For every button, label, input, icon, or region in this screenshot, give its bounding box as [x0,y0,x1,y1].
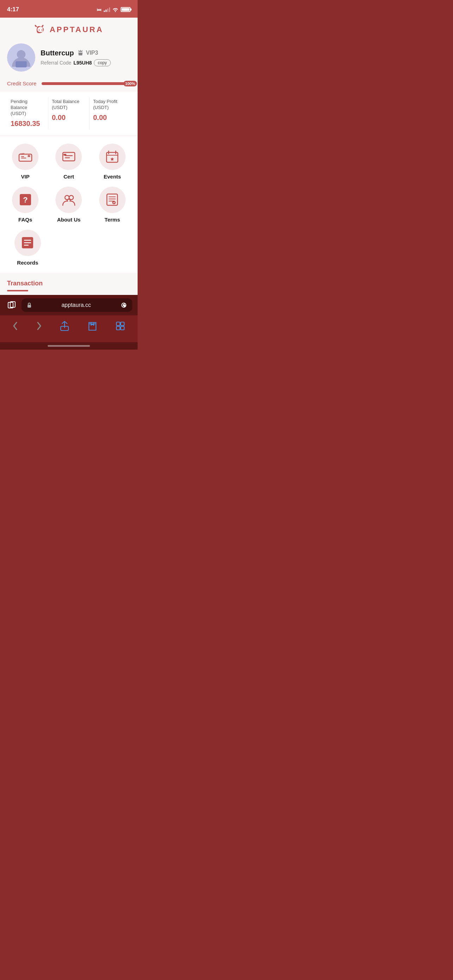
transaction-section: Transaction [0,273,138,295]
svg-rect-12 [64,154,66,156]
book-icon [87,321,97,331]
transaction-title: Transaction [7,280,43,287]
browser-url-container[interactable]: apptaura.cc [22,298,132,312]
svg-rect-34 [116,322,120,326]
nav-share-button[interactable] [58,319,71,335]
balance-section: Pending Balance(USDT) 16830.35 Total Bal… [0,92,138,135]
total-balance-item: Total Balance(USDT) 0.00 [48,97,90,129]
menu-label-terms: Terms [105,216,120,223]
menu-item-records[interactable]: Records [7,230,48,266]
status-icons: 🛏 [97,7,130,12]
chevron-left-icon [12,321,18,331]
svg-rect-6 [21,156,24,157]
windows-icon [115,321,125,331]
menu-item-vip[interactable]: VIP VIP [7,143,43,180]
browser-tabs-icon[interactable] [7,301,16,309]
menu-item-terms[interactable]: Terms [94,187,130,223]
svg-rect-11 [65,158,70,158]
vip-badge: VIP3 [76,49,98,57]
today-profit-value: 0.00 [93,114,127,122]
menu-item-cert[interactable]: Cert [51,143,87,180]
home-bar [48,345,90,347]
svg-point-1 [41,30,42,31]
svg-rect-21 [107,194,118,205]
chevron-right-icon [37,321,42,331]
menu-label-about-us: About Us [57,216,81,223]
referral-label: Referral Code [41,60,71,65]
svg-rect-36 [116,326,120,330]
svg-point-0 [38,30,40,31]
vip-icon-circle: VIP [12,143,38,170]
status-time: 4:17 [7,6,19,13]
browser-bar: apptaura.cc [0,295,138,315]
menu-label-faqs: FAQs [18,216,32,223]
logo-icon [34,25,47,35]
pending-balance-item: Pending Balance(USDT) 16830.35 [7,97,48,129]
svg-rect-37 [121,326,124,330]
terms-menu-icon [106,193,118,206]
nav-back-button[interactable] [11,319,20,335]
credit-score-label: Credit Score [7,80,37,86]
credit-progress-bar: 100% [41,82,130,85]
nav-bookmarks-button[interactable] [86,319,99,335]
signal-icon [104,7,110,12]
home-indicator [0,342,138,350]
credit-progress-fill [41,82,130,85]
app-name: APPTAURA [50,25,104,34]
menu-item-about-us[interactable]: About Us [51,187,87,223]
profile-name: Buttercup [41,49,74,57]
browser-url-text: apptaura.cc [35,302,118,308]
svg-rect-9 [63,153,75,161]
share-icon [60,321,69,331]
svg-rect-7 [21,158,26,158]
nav-windows-button[interactable] [114,319,127,335]
faqs-menu-icon: ? [19,193,32,206]
svg-text:?: ? [23,196,27,204]
events-icon-circle [99,143,126,170]
vip-menu-icon: VIP [18,151,32,162]
bed-icon: 🛏 [97,7,102,12]
profile-info: Buttercup VIP3 Referral Code L95UH8 copy [41,49,130,66]
vip-crown-icon [76,49,84,57]
profile-section: Buttercup VIP3 Referral Code L95UH8 copy [0,38,138,77]
about-icon-circle [56,187,82,213]
menu-label-vip: VIP [21,173,30,180]
reload-icon[interactable] [121,302,127,308]
menu-item-events[interactable]: Events [94,143,130,180]
today-profit-item: Today Profit(USDT) 0.00 [90,97,130,129]
lock-icon [27,302,32,308]
main-card: APPTAURA Buttercup VIP3 [0,18,138,295]
svg-point-3 [17,50,26,59]
transaction-tab-indicator [7,290,28,291]
svg-rect-4 [16,61,27,68]
referral-code: L95UH8 [73,60,92,65]
referral-row: Referral Code L95UH8 copy [41,59,130,66]
avatar [7,43,35,72]
svg-rect-35 [121,322,124,326]
menu-single-row: Records [0,230,138,273]
wifi-icon [112,7,119,12]
menu-item-faqs[interactable]: ? FAQs [7,187,43,223]
about-menu-icon [62,193,75,206]
today-profit-label: Today Profit(USDT) [93,99,127,111]
nav-forward-button[interactable] [35,319,44,335]
total-balance-value: 0.00 [52,114,86,122]
profile-name-row: Buttercup VIP3 [41,49,130,57]
app-header: APPTAURA [0,18,138,38]
menu-label-records: Records [17,259,38,266]
terms-icon-circle [99,187,126,213]
battery-icon [121,7,130,12]
nav-bar [0,315,138,342]
status-bar: 4:17 🛏 [0,0,138,18]
records-menu-icon [21,236,34,249]
menu-label-events: Events [104,173,121,180]
app-logo: APPTAURA [7,25,130,35]
records-icon-circle [14,230,41,256]
svg-rect-32 [27,305,31,308]
events-menu-icon [106,150,119,163]
total-balance-label: Total Balance(USDT) [52,99,86,111]
copy-button[interactable]: copy [94,59,110,66]
vip-level: VIP3 [86,50,98,56]
credit-percent: 100% [124,81,137,86]
faqs-icon-circle: ? [12,187,38,213]
